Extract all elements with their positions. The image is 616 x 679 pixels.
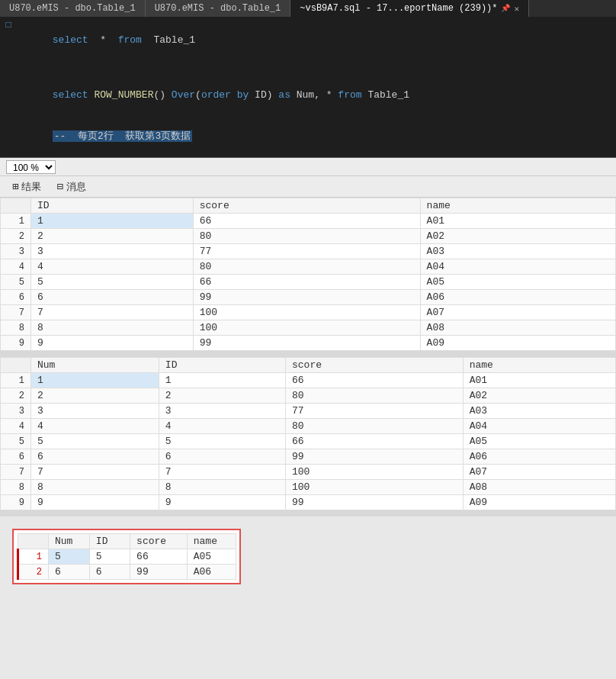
table-cell: 5 <box>159 434 285 449</box>
col-name-1: name <box>420 198 615 214</box>
table-cell: 4 <box>159 419 285 434</box>
result-block-3-wrapper: Num ID score name 15566A0526699A06 <box>0 516 616 597</box>
col-score-2: score <box>286 358 464 373</box>
table-cell: 99 <box>130 565 188 580</box>
table-cell: A04 <box>463 419 615 434</box>
zoom-select[interactable]: 100 % 75 % 150 % <box>6 160 56 174</box>
table-cell: 8 <box>31 480 159 495</box>
close-icon[interactable]: ✕ <box>515 4 520 14</box>
table-row: 11166A01 <box>1 373 616 388</box>
table-cell: A09 <box>463 495 615 510</box>
zoom-bar: 100 % 75 % 150 % <box>0 158 616 176</box>
table-row: 44480A04 <box>1 419 616 434</box>
table-cell: 7 <box>31 305 194 320</box>
row-indicator: 1 <box>18 549 49 565</box>
title-bar: U870.eMIS - dbo.Table_1 U870.eMIS - dbo.… <box>0 0 616 17</box>
table-cell: A02 <box>420 229 615 244</box>
table-cell: 66 <box>286 434 464 449</box>
row-number: 8 <box>1 480 31 495</box>
row-number: 2 <box>1 229 31 244</box>
table-cell: 66 <box>130 549 188 565</box>
table-row: 888100A08 <box>1 480 616 495</box>
table-cell: 5 <box>31 275 194 290</box>
col-score-3: score <box>130 534 188 549</box>
col-id-1: ID <box>31 198 194 214</box>
row-number: 3 <box>1 404 31 419</box>
table-row: 4480A04 <box>1 259 616 275</box>
table-2: Num ID score name 11166A0122280A0233377A… <box>0 357 616 510</box>
results-toolbar: ⊞ 结果 ⊟ 消息 <box>0 176 616 198</box>
table-cell: 4 <box>31 419 159 434</box>
collapse-icon[interactable]: □ <box>3 20 14 31</box>
table-cell: 99 <box>193 336 420 351</box>
results-tab-results[interactable]: ⊞ 结果 <box>6 179 47 195</box>
table-row: 2280A02 <box>1 229 616 244</box>
table-row: 6699A06 <box>1 290 616 305</box>
table-cell: 1 <box>31 373 159 388</box>
row-number: 9 <box>1 495 31 510</box>
table-cell: A03 <box>420 244 615 259</box>
results-grid-icon: ⊞ <box>12 180 18 193</box>
table-cell: 6 <box>159 449 285 465</box>
row-number: 1 <box>1 214 31 229</box>
table-cell: 9 <box>159 495 285 510</box>
row-number: 9 <box>1 336 31 351</box>
col-id-2: ID <box>159 358 285 373</box>
result-block-1: ID score name 1166A012280A023377A034480A… <box>0 198 616 351</box>
row-number: 5 <box>1 275 31 290</box>
table-cell: 2 <box>31 229 194 244</box>
row-number: 6 <box>1 290 31 305</box>
row-number: 1 <box>1 373 31 388</box>
table-row: 15566A05 <box>18 549 236 565</box>
table-cell: 100 <box>286 480 464 495</box>
tab-2[interactable]: U870.eMIS - dbo.Table_1 <box>146 0 291 17</box>
table-row: 9999A09 <box>1 336 616 351</box>
row-number: 3 <box>1 244 31 259</box>
table-cell: A06 <box>420 290 615 305</box>
editor-line-3: select ROW_NUMBER() Over(order by ID) as… <box>0 75 616 116</box>
table-cell: 6 <box>31 290 194 305</box>
table-cell: A01 <box>463 373 615 388</box>
table-cell: 5 <box>49 549 90 565</box>
table-row: 66699A06 <box>1 449 616 465</box>
editor-line-4: -- 每页2行 获取第3页数据 <box>0 116 616 157</box>
table-cell: 100 <box>286 465 464 480</box>
table-1: ID score name 1166A012280A023377A034480A… <box>0 198 616 351</box>
table-row: 77100A07 <box>1 305 616 320</box>
row-indicator: 2 <box>18 565 49 580</box>
table-cell: A04 <box>420 259 615 275</box>
row-number: 8 <box>1 320 31 336</box>
table-cell: 80 <box>193 229 420 244</box>
messages-icon: ⊟ <box>56 180 63 193</box>
table-cell: 66 <box>286 373 464 388</box>
results-tab-messages[interactable]: ⊟ 消息 <box>50 179 91 195</box>
table-row: 1166A01 <box>1 214 616 229</box>
table-cell: 99 <box>286 495 464 510</box>
row-number: 7 <box>1 465 31 480</box>
tab-1[interactable]: U870.eMIS - dbo.Table_1 <box>0 0 146 17</box>
table-cell: A06 <box>187 565 236 580</box>
table-cell: A02 <box>463 388 615 404</box>
table-cell: 100 <box>193 320 420 336</box>
result-block-3: Num ID score name 15566A0526699A06 <box>12 529 241 584</box>
table-row: 3377A03 <box>1 244 616 259</box>
table-cell: 99 <box>193 290 420 305</box>
separator-1 <box>0 351 616 357</box>
tab-3[interactable]: ~vsB9A7.sql - 17...eportName (239))* 📌 ✕ <box>290 0 529 17</box>
result-block-2: Num ID score name 11166A0122280A0233377A… <box>0 357 616 510</box>
col-name-3: name <box>187 534 236 549</box>
sql-editor[interactable]: □ select * from Table_1 select ROW_NUMBE… <box>0 17 616 158</box>
row-number: 4 <box>1 419 31 434</box>
separator-2 <box>0 510 616 516</box>
table-cell: 3 <box>159 404 285 419</box>
table-cell: A05 <box>420 275 615 290</box>
table-row: 88100A08 <box>1 320 616 336</box>
comment-text: -- 每页2行 获取第3页数据 <box>53 130 192 142</box>
table-row: 5566A05 <box>1 275 616 290</box>
collapse-icon-2[interactable]: □ <box>3 157 14 158</box>
table-cell: 77 <box>286 404 464 419</box>
table-cell: 80 <box>286 388 464 404</box>
table-cell: 5 <box>31 434 159 449</box>
table-cell: 7 <box>31 465 159 480</box>
results-area[interactable]: ID score name 1166A012280A023377A034480A… <box>0 198 616 679</box>
